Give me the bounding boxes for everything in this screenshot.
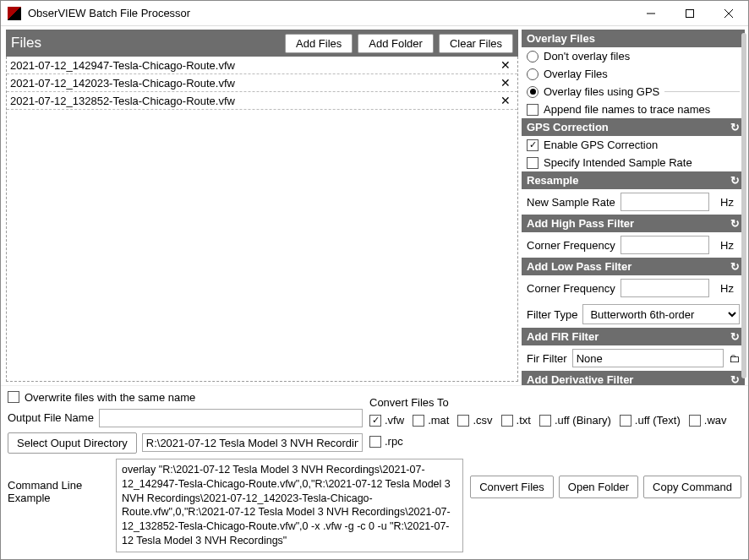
append-names-label: Append file names to trace names xyxy=(544,103,710,116)
files-header: Files Add Files Add Folder Clear Files xyxy=(6,30,518,57)
hz-unit: Hz xyxy=(714,239,740,252)
add-folder-button[interactable]: Add Folder xyxy=(358,34,434,53)
format-txt-checkbox[interactable] xyxy=(501,415,513,427)
output-file-input[interactable] xyxy=(99,409,363,427)
specify-rate-label: Specify Intended Sample Rate xyxy=(544,156,692,169)
filter-type-label: Filter Type xyxy=(527,308,577,321)
new-sample-rate-label: New Sample Rate xyxy=(527,196,615,209)
file-name: 2021-07-12_142023-Tesla-Chicago-Route.vf… xyxy=(10,77,497,90)
window-title: ObserVIEW Batch File Processor xyxy=(28,7,631,19)
enable-gps-checkbox[interactable] xyxy=(527,139,539,151)
clear-files-button[interactable]: Clear Files xyxy=(439,34,513,53)
resample-header: Resample↻ xyxy=(522,171,745,189)
format-uff-text-checkbox[interactable] xyxy=(620,415,631,427)
app-icon xyxy=(8,7,21,20)
open-folder-button[interactable]: Open Folder xyxy=(559,476,638,498)
files-title: Files xyxy=(11,35,280,52)
overlay-none-radio[interactable] xyxy=(527,51,539,63)
hpf-header: Add High Pass Filter↻ xyxy=(522,215,745,232)
file-name: 2021-07-12_132852-Tesla-Chicago-Route.vf… xyxy=(10,95,497,107)
overlay-header: Overlay Files xyxy=(522,30,745,47)
scrollbar[interactable] xyxy=(741,33,746,378)
format-wav-checkbox[interactable] xyxy=(689,415,701,427)
new-sample-rate-input[interactable] xyxy=(621,193,709,211)
reset-icon[interactable]: ↻ xyxy=(730,174,740,187)
output-dir-input[interactable] xyxy=(142,433,363,452)
lpf-corner-label: Corner Frequency xyxy=(527,282,615,295)
specify-rate-checkbox[interactable] xyxy=(527,157,539,169)
lpf-header: Add Low Pass Filter↻ xyxy=(522,258,745,275)
overlay-none-label: Don't overlay files xyxy=(544,50,630,63)
fir-header: Add FIR Filter↻ xyxy=(522,328,745,345)
gps-header: GPS Correction↻ xyxy=(522,118,745,136)
fir-filter-label: Fir Filter xyxy=(527,352,567,365)
remove-file-icon[interactable]: ✕ xyxy=(497,94,514,107)
hz-unit: Hz xyxy=(714,196,740,209)
close-button[interactable] xyxy=(709,1,748,26)
overlay-gps-radio[interactable] xyxy=(527,86,539,98)
file-name: 2021-07-12_142947-Tesla-Chicago-Route.vf… xyxy=(10,59,497,72)
reset-icon[interactable]: ↻ xyxy=(730,373,740,385)
enable-gps-label: Enable GPS Correction xyxy=(544,139,658,151)
format-vfw-checkbox[interactable] xyxy=(369,415,381,427)
fir-filter-input[interactable] xyxy=(572,349,724,367)
convert-files-to-label: Convert Files To xyxy=(369,396,741,409)
hz-unit: Hz xyxy=(714,282,740,295)
format-rpc-checkbox[interactable] xyxy=(369,436,381,448)
file-row: 2021-07-12_132852-Tesla-Chicago-Route.vf… xyxy=(7,92,517,110)
open-file-icon[interactable]: 🗀 xyxy=(729,352,740,365)
filter-type-select[interactable]: Butterworth 6th-order xyxy=(582,304,740,324)
select-output-dir-button[interactable]: Select Ouput Directory xyxy=(8,432,137,454)
copy-command-button[interactable]: Copy Command xyxy=(643,476,741,498)
minimize-button[interactable] xyxy=(631,1,670,26)
file-row: 2021-07-12_142023-Tesla-Chicago-Route.vf… xyxy=(7,74,517,92)
add-files-button[interactable]: Add Files xyxy=(285,34,353,53)
remove-file-icon[interactable]: ✕ xyxy=(497,58,514,72)
remove-file-icon[interactable]: ✕ xyxy=(497,76,514,90)
hpf-corner-label: Corner Frequency xyxy=(527,239,615,252)
hpf-corner-input[interactable] xyxy=(621,236,709,254)
svg-rect-1 xyxy=(686,9,694,17)
append-names-checkbox[interactable] xyxy=(527,104,539,116)
output-file-label: Output File Name xyxy=(8,411,94,424)
maximize-button[interactable] xyxy=(670,1,709,26)
command-line-label: Command Line Example xyxy=(8,459,109,504)
file-row: 2021-07-12_142947-Tesla-Chicago-Route.vf… xyxy=(7,57,517,74)
overwrite-checkbox[interactable] xyxy=(8,391,19,403)
format-csv-checkbox[interactable] xyxy=(457,415,469,427)
command-line-text[interactable]: overlay "R:\2021-07-12 Tesla Model 3 NVH… xyxy=(116,459,463,552)
deriv-header: Add Derivative Filter↻ xyxy=(522,371,745,385)
overlay-files-radio[interactable] xyxy=(527,68,539,80)
format-uff-binary-checkbox[interactable] xyxy=(539,415,551,427)
titlebar: ObserVIEW Batch File Processor xyxy=(1,1,748,26)
overwrite-label: Overwrite files with the same name xyxy=(25,391,195,404)
reset-icon[interactable]: ↻ xyxy=(730,121,740,133)
reset-icon[interactable]: ↻ xyxy=(730,260,740,273)
reset-icon[interactable]: ↻ xyxy=(730,217,740,230)
format-mat-checkbox[interactable] xyxy=(413,415,424,427)
overlay-files-label: Overlay Files xyxy=(544,68,608,80)
formats-row: .vfw .mat .csv .txt .uff (Binary) .uff (… xyxy=(369,414,741,448)
lpf-corner-input[interactable] xyxy=(621,279,709,297)
file-list: 2021-07-12_142947-Tesla-Chicago-Route.vf… xyxy=(6,57,518,382)
reset-icon[interactable]: ↻ xyxy=(730,330,740,343)
overlay-gps-label: Overlay files using GPS xyxy=(544,85,659,98)
convert-files-button[interactable]: Convert Files xyxy=(470,476,554,498)
